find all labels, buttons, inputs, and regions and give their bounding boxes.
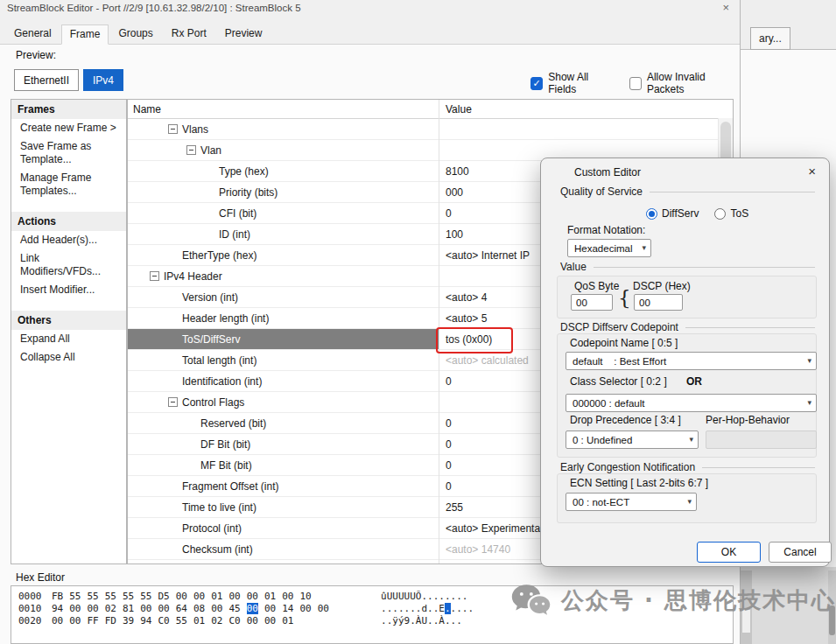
collapse-icon[interactable] [168, 397, 178, 407]
hex-byte[interactable]: 14 [282, 603, 293, 614]
hex-byte[interactable]: 00 [69, 615, 81, 626]
hex-byte[interactable]: 00 [247, 615, 258, 626]
tree-row-vlans[interactable]: Vlans [128, 119, 733, 140]
radio-selected-icon[interactable] [646, 208, 657, 220]
cancel-button[interactable]: Cancel [769, 542, 832, 563]
hex-byte[interactable]: 45 [229, 603, 241, 614]
hex-byte[interactable]: 00 [264, 603, 276, 614]
hex-byte[interactable]: 94 [52, 603, 63, 614]
hex-byte[interactable]: FD [105, 615, 116, 626]
ascii-char: ý [398, 615, 404, 626]
hex-byte[interactable]: 02 [105, 603, 116, 614]
background-partial-button[interactable]: ary... [750, 27, 790, 50]
checkbox-label: Show All Fields [548, 71, 615, 95]
hex-byte[interactable]: FB [52, 591, 63, 602]
selected-hex-byte[interactable]: 00 [247, 603, 258, 614]
hex-editor[interactable]: 0000FB5555555555D50000010000010010ûUUUUU… [11, 585, 734, 644]
codepoint-name-select[interactable]: default : Best Effort ▾ [566, 352, 817, 370]
hex-byte[interactable]: 94 [140, 615, 151, 626]
hex-byte[interactable]: 02 [211, 615, 222, 626]
hex-byte[interactable]: 00 [282, 591, 293, 602]
sidebar-item-insert-modifier[interactable]: Insert Modifier... [11, 281, 126, 299]
drop-precedence-select[interactable]: 0 : Undefined ▾ [566, 430, 699, 449]
close-icon[interactable]: × [722, 1, 729, 14]
hex-byte[interactable]: C0 [229, 615, 241, 626]
hex-byte[interactable]: 00 [264, 615, 276, 626]
hex-byte[interactable]: 00 [318, 603, 329, 614]
format-notation-select[interactable]: Hexadecimal ▾ [567, 239, 651, 257]
collapse-icon[interactable] [186, 145, 196, 155]
checked-checkbox-icon[interactable]: ✓ [530, 77, 543, 90]
sidebar-item-add-header-s[interactable]: Add Header(s)... [11, 231, 126, 249]
sidebar-item-manage-frame-templates[interactable]: Manage Frame Templates... [11, 169, 126, 200]
hex-byte[interactable]: 00 [176, 591, 187, 602]
hex-byte[interactable]: 00 [52, 615, 63, 626]
hex-byte[interactable]: 00 [229, 591, 241, 602]
class-selector-select[interactable]: 000000 : default ▾ [566, 394, 817, 412]
hex-byte[interactable]: 01 [264, 591, 276, 602]
tree-cell-name: Total length (int) [128, 350, 439, 370]
ok-button[interactable]: OK [697, 542, 761, 563]
sidebar-item-create-new-frame[interactable]: Create new Frame > [11, 119, 126, 137]
background-scrollbar-left[interactable] [741, 570, 752, 644]
qos-byte-input[interactable] [571, 294, 613, 311]
tos-radio[interactable]: ToS [714, 207, 748, 220]
collapse-icon[interactable] [150, 271, 159, 281]
sidebar-item-collapse-all[interactable]: Collapse All [11, 348, 126, 367]
hex-byte[interactable]: 00 [247, 591, 258, 602]
tab-frame[interactable]: Frame [61, 24, 109, 45]
tab-groups[interactable]: Groups [109, 24, 161, 44]
hex-byte[interactable]: 00 [193, 591, 205, 602]
sidebar-item-expand-all[interactable]: Expand All [11, 330, 126, 348]
background-scrollbar-right[interactable] [828, 570, 836, 644]
hex-byte[interactable]: 00 [300, 603, 312, 614]
scrollbar-thumb[interactable] [829, 606, 835, 635]
close-icon[interactable]: × [808, 164, 816, 178]
scrollbar-thumb[interactable] [742, 610, 750, 633]
tab-general[interactable]: General [5, 24, 60, 44]
tree-cell-name: EtherType (hex) [128, 245, 439, 265]
hex-byte[interactable]: 64 [176, 603, 187, 614]
radio-icon[interactable] [714, 208, 726, 220]
unchecked-checkbox-icon[interactable] [629, 77, 642, 90]
hex-offset: 0020 [18, 615, 52, 626]
column-header-value[interactable]: Value [439, 103, 472, 116]
hex-byte[interactable]: 81 [123, 603, 134, 614]
hex-byte[interactable]: 55 [88, 591, 99, 602]
dscp-hex-input[interactable] [634, 294, 683, 311]
hex-byte[interactable]: 01 [193, 615, 205, 626]
hex-byte[interactable]: 00 [88, 603, 99, 614]
hex-byte[interactable]: 55 [123, 591, 134, 602]
hex-byte[interactable]: C0 [158, 615, 170, 626]
class-selector-label: Class Selector [ 0:2 ] [570, 375, 667, 388]
hex-byte[interactable]: 01 [211, 591, 222, 602]
frame-button-ipv4[interactable]: IPv4 [83, 69, 123, 91]
sidebar-item-link-modifiers-vfds[interactable]: Link Modifiers/VFDs... [11, 249, 126, 281]
checkbox-allow-invalid-packets[interactable]: Allow Invalid Packets [629, 71, 740, 95]
ascii-char: . [467, 603, 474, 614]
hex-byte[interactable]: D5 [158, 591, 170, 602]
collapse-icon[interactable] [168, 124, 178, 134]
tab-rx-port[interactable]: Rx Port [163, 24, 215, 44]
tab-preview[interactable]: Preview [216, 24, 271, 44]
sidebar-item-save-frame-as-template[interactable]: Save Frame as Template... [11, 137, 126, 169]
hex-byte[interactable]: 08 [193, 603, 205, 614]
hex-byte[interactable]: 55 [69, 591, 81, 602]
hex-byte[interactable]: 55 [140, 591, 151, 602]
frame-button-ethernetii[interactable]: EthernetII [14, 69, 79, 91]
hex-byte[interactable]: 00 [69, 603, 81, 614]
hex-byte[interactable]: 55 [176, 615, 187, 626]
ecn-setting-select[interactable]: 00 : not-ECT ▾ [566, 493, 697, 511]
diffserv-radio[interactable]: DiffServ [646, 207, 699, 220]
hex-byte[interactable]: 00 [211, 603, 222, 614]
checkbox-show-all-fields[interactable]: ✓Show All Fields [530, 71, 615, 95]
hex-byte[interactable]: 01 [282, 615, 293, 626]
hex-byte[interactable]: 00 [140, 603, 151, 614]
hex-byte[interactable]: FF [88, 615, 99, 626]
hex-byte[interactable]: 39 [123, 615, 134, 626]
hex-byte[interactable]: 10 [300, 591, 312, 602]
hex-byte[interactable]: 00 [158, 603, 170, 614]
ascii-char: . [462, 591, 468, 602]
hex-byte[interactable]: 55 [105, 591, 116, 602]
column-header-name[interactable]: Name [128, 103, 439, 116]
